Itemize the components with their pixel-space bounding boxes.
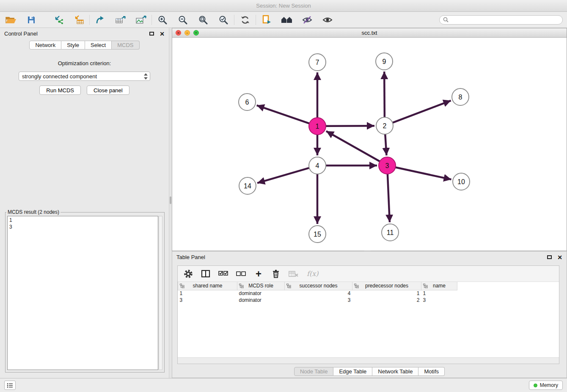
import-network-icon <box>53 15 64 25</box>
cell-shared-name[interactable]: 1 <box>178 290 237 297</box>
style-button[interactable] <box>300 14 314 26</box>
window-minimize-button[interactable]: − <box>184 30 190 36</box>
graph-edge-2-8[interactable] <box>393 101 451 123</box>
float-panel-icon[interactable] <box>149 32 154 36</box>
graph-node-9[interactable]: 9 <box>376 53 393 70</box>
table-settings-button[interactable] <box>184 269 193 279</box>
apply-layout-button[interactable] <box>238 14 252 26</box>
graph-edge-2-9[interactable] <box>384 72 385 117</box>
run-mcds-button[interactable]: Run MCDS <box>39 86 81 95</box>
task-history-button[interactable] <box>4 381 16 390</box>
create-column-button[interactable]: + <box>254 269 263 279</box>
graph-edge-3-11[interactable] <box>388 174 390 222</box>
zoom-out-button[interactable] <box>176 14 190 26</box>
column-header-name[interactable]: name <box>421 282 457 290</box>
cell-successor-nodes[interactable]: 3 <box>285 297 352 304</box>
zoom-in-button[interactable] <box>156 14 169 26</box>
cell-mcds-role[interactable]: dominator <box>237 290 285 297</box>
graph-edge-2-3[interactable] <box>385 134 386 155</box>
window-zoom-button[interactable]: + <box>193 30 199 36</box>
homes-icon <box>281 16 293 24</box>
graph-node-3[interactable]: 3 <box>379 157 396 174</box>
zoom-fit-button[interactable] <box>196 14 210 26</box>
export-image-button[interactable] <box>134 14 148 26</box>
table-horizontal-scrollbar[interactable] <box>178 357 559 364</box>
deselect-all-button[interactable] <box>236 269 246 279</box>
cell-successor-nodes[interactable]: 4 <box>285 290 352 297</box>
open-session-button[interactable] <box>4 14 18 26</box>
zoom-selected-icon <box>219 15 228 25</box>
close-table-panel-icon[interactable]: ✕ <box>557 254 562 260</box>
column-header-shared-name[interactable]: shared name <box>178 282 237 290</box>
graph-node-15[interactable]: 15 <box>309 226 326 243</box>
tab-style[interactable]: Style <box>61 41 85 50</box>
import-table-button[interactable] <box>72 14 85 26</box>
table-row[interactable]: 1 dominator 4 1 1 <box>178 290 559 297</box>
network-canvas[interactable]: 7968124314101511 <box>172 38 567 251</box>
graph-node-14[interactable]: 14 <box>239 177 256 194</box>
graph-node-10[interactable]: 10 <box>453 173 470 190</box>
tab-node-table[interactable]: Node Table <box>294 367 334 376</box>
select-all-button[interactable] <box>218 269 228 279</box>
search-box[interactable] <box>439 15 563 25</box>
cell-mcds-role[interactable]: dominator <box>237 297 285 304</box>
cell-name[interactable]: 1 <box>421 290 457 297</box>
tab-mcds[interactable]: MCDS <box>112 41 139 50</box>
zoom-in-icon <box>158 15 167 25</box>
column-header-mcds-role[interactable]: MCDS role <box>237 282 285 290</box>
graph-edge-3-1[interactable] <box>326 131 380 161</box>
close-panel-button[interactable]: Close panel <box>87 86 129 95</box>
graph-node-4[interactable]: 4 <box>309 157 326 174</box>
tab-select[interactable]: Select <box>85 41 112 50</box>
graph-edge-4-14[interactable] <box>257 168 309 183</box>
float-table-panel-icon[interactable] <box>547 255 552 259</box>
graph-edge-3-10[interactable] <box>396 167 451 179</box>
annotation-icon <box>261 15 272 25</box>
zoom-fit-icon <box>198 15 208 25</box>
mcds-result-text[interactable]: 1 3 <box>7 216 158 370</box>
graph-node-8[interactable]: 8 <box>452 88 469 105</box>
table-row[interactable]: 3 dominator 3 2 3 <box>178 297 559 304</box>
show-graphics-button[interactable] <box>321 14 334 26</box>
column-edit-icon <box>423 284 428 290</box>
annotations-button[interactable] <box>260 14 273 26</box>
memory-button[interactable]: Memory <box>529 381 563 390</box>
dropdown-stepper-icon <box>143 73 149 80</box>
mcds-result-group: MCDS result (2 nodes) 1 3 <box>5 209 165 373</box>
graph-node-11[interactable]: 11 <box>382 224 399 241</box>
criterion-dropdown[interactable]: strongly connected component <box>19 72 150 81</box>
search-input[interactable] <box>451 17 559 23</box>
tab-edge-table[interactable]: Edge Table <box>333 367 372 376</box>
tab-network[interactable]: Network <box>29 41 61 50</box>
result-scrollbar[interactable] <box>159 216 162 370</box>
cell-name[interactable]: 3 <box>421 297 457 304</box>
column-header-predecessor-nodes[interactable]: predecessor nodes <box>352 282 421 290</box>
cell-shared-name[interactable]: 3 <box>178 297 237 304</box>
graph-node-2[interactable]: 2 <box>376 117 393 134</box>
column-header-successor-nodes[interactable]: successor nodes <box>285 282 352 290</box>
graph-node-1[interactable]: 1 <box>309 118 326 135</box>
cell-predecessor-nodes[interactable]: 1 <box>352 290 421 297</box>
close-panel-icon[interactable]: ✕ <box>160 31 165 37</box>
network-window-titlebar: scc.txt ✕ − + <box>172 28 567 38</box>
save-session-button[interactable] <box>25 14 38 26</box>
show-columns-button[interactable] <box>201 269 210 279</box>
export-table-button[interactable] <box>114 14 127 26</box>
delete-column-button[interactable] <box>271 269 281 279</box>
table-toolbar: + f(x) <box>178 266 559 282</box>
first-neighbors-button[interactable] <box>280 14 294 26</box>
window-close-button[interactable]: ✕ <box>176 30 181 36</box>
graph-edge-1-6[interactable] <box>257 105 309 124</box>
import-network-button[interactable] <box>52 14 65 26</box>
graph-edge-1-2[interactable] <box>326 126 374 126</box>
graph-node-7[interactable]: 7 <box>309 54 326 71</box>
splitter-handle[interactable] <box>170 196 171 204</box>
app-title: Session: New Session <box>256 3 311 9</box>
new-network-button[interactable] <box>94 14 107 26</box>
zoom-selected-button[interactable] <box>217 14 230 26</box>
tab-motifs[interactable]: Motifs <box>418 367 445 376</box>
cell-predecessor-nodes[interactable]: 2 <box>352 297 421 304</box>
gear-icon <box>184 269 193 279</box>
graph-node-6[interactable]: 6 <box>239 94 256 110</box>
tab-network-table[interactable]: Network Table <box>372 367 418 376</box>
